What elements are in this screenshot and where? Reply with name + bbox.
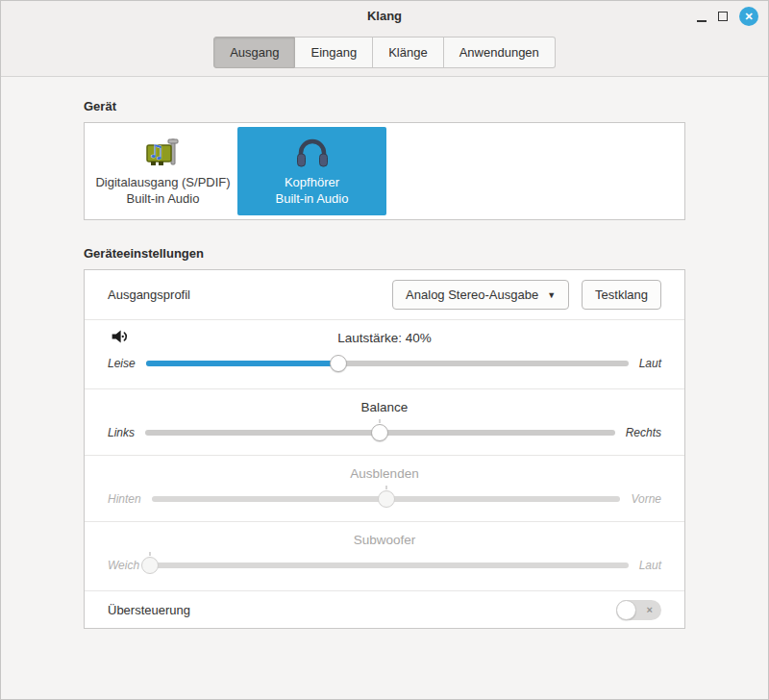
tab-eingang[interactable]: Eingang <box>295 37 373 68</box>
fade-slider <box>152 489 621 509</box>
slider-handle[interactable] <box>371 424 388 441</box>
overdrive-row: Übersteuerung × <box>85 590 684 628</box>
volume-slider[interactable] <box>146 354 629 373</box>
device-name: Digitalausgang (S/PDIF) <box>95 175 230 191</box>
toggle-off-icon: × <box>647 605 653 615</box>
speaker-volume-icon <box>110 328 129 348</box>
balance-right-label: Rechts <box>626 426 661 439</box>
fade-row: Ausblenden Hinten Vorne <box>85 455 684 521</box>
main-content: Gerät ♫ Digitalausgang (S/PDIF) Built-in… <box>1 99 768 629</box>
chevron-down-icon: ▼ <box>547 290 556 300</box>
slider-handle[interactable] <box>330 355 347 372</box>
headphones-icon <box>292 135 333 171</box>
maximize-button[interactable] <box>718 12 728 21</box>
minimize-button[interactable] <box>697 12 707 22</box>
window-header: Klang ✕ Ausgang Eingang Klänge Anwendung… <box>1 1 768 77</box>
toggle-knob[interactable] <box>616 600 636 620</box>
output-profile-label: Ausgangsprofil <box>108 288 392 302</box>
subwoofer-max-label: Laut <box>639 559 661 572</box>
device-detail: Built-in Audio <box>276 191 349 208</box>
sound-card-icon: ♫ <box>144 135 183 171</box>
settings-panel: Ausgangsprofil Analog Stereo-Ausgabe ▼ T… <box>84 269 685 629</box>
slider-tick <box>150 552 151 556</box>
overdrive-toggle[interactable]: × <box>616 600 661 620</box>
balance-row: Balance Links Rechts <box>85 388 684 455</box>
window-controls: ✕ <box>697 6 758 27</box>
dropdown-value: Analog Stereo-Ausgabe <box>406 288 538 302</box>
slider-handle <box>141 557 159 574</box>
volume-min-label: Leise <box>108 357 136 370</box>
sound-settings-window: Klang ✕ Ausgang Eingang Klänge Anwendung… <box>0 0 769 700</box>
slider-tick <box>380 419 381 423</box>
slider-handle <box>378 490 395 508</box>
balance-slider[interactable] <box>145 423 615 442</box>
test-sound-button[interactable]: Testklang <box>582 280 661 310</box>
device-tile-kopfhoerer[interactable]: Kopfhörer Built-in Audio <box>237 127 386 215</box>
fade-title: Ausblenden <box>350 466 418 481</box>
output-profile-row: Ausgangsprofil Analog Stereo-Ausgabe ▼ T… <box>85 270 684 319</box>
device-list: ♫ Digitalausgang (S/PDIF) Built-in Audio… <box>84 122 685 220</box>
volume-row: Lautstärke: 40% Leise Laut <box>85 319 684 388</box>
overdrive-label: Übersteuerung <box>108 603 616 617</box>
output-profile-dropdown[interactable]: Analog Stereo-Ausgabe ▼ <box>392 280 569 310</box>
slider-fill <box>146 361 339 366</box>
subwoofer-title: Subwoofer <box>354 533 416 547</box>
device-name: Kopfhörer <box>285 175 339 191</box>
tab-ausgang[interactable]: Ausgang <box>213 37 295 68</box>
window-title: Klang <box>1 9 768 23</box>
subwoofer-row: Subwoofer Weich Laut <box>85 521 684 590</box>
volume-max-label: Laut <box>639 357 661 370</box>
slider-track <box>150 562 629 568</box>
device-section-heading: Gerät <box>84 99 685 113</box>
fade-rear-label: Hinten <box>108 492 141 506</box>
balance-title: Balance <box>361 400 409 414</box>
device-detail: Built-in Audio <box>127 191 200 208</box>
volume-title: Lautstärke: 40% <box>337 331 432 345</box>
tab-bar: Ausgang Eingang Klänge Anwendungen <box>1 30 768 74</box>
close-button[interactable]: ✕ <box>739 7 758 26</box>
titlebar[interactable]: Klang ✕ <box>1 1 768 30</box>
subwoofer-slider <box>150 556 629 575</box>
balance-left-label: Links <box>108 426 135 439</box>
settings-section-heading: Geräteeinstellungen <box>84 246 685 261</box>
tab-klaenge[interactable]: Klänge <box>373 37 443 68</box>
slider-tick <box>385 486 386 489</box>
tab-anwendungen[interactable]: Anwendungen <box>444 37 556 68</box>
subwoofer-min-label: Weich <box>108 559 139 572</box>
svg-text:♫: ♫ <box>148 140 164 162</box>
fade-front-label: Vorne <box>631 492 661 506</box>
device-tile-digitalausgang[interactable]: ♫ Digitalausgang (S/PDIF) Built-in Audio <box>88 127 237 215</box>
